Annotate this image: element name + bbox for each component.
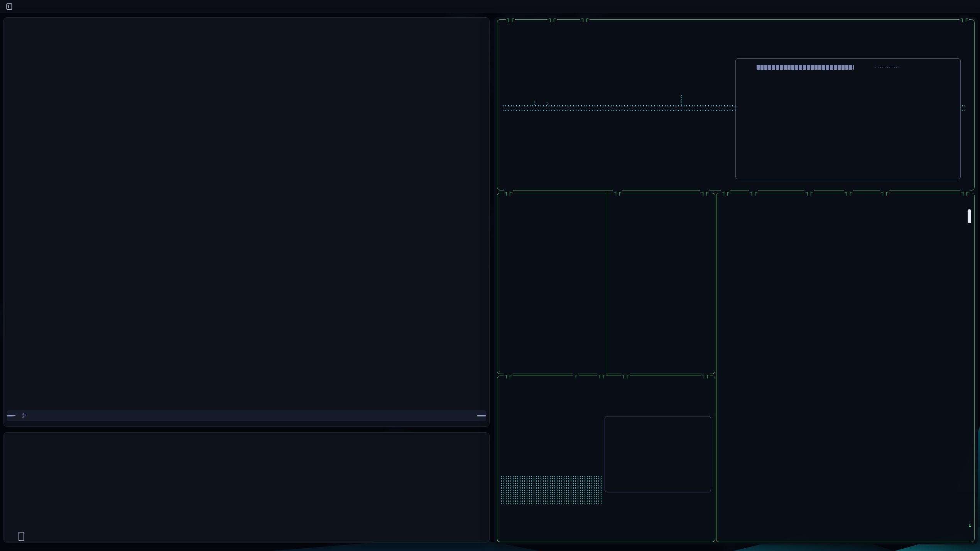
cpu-graph-spike <box>534 100 535 105</box>
scroll-down-indicator[interactable]: ↓ <box>968 522 972 529</box>
cpu-panel-title[interactable]: ┐┌ <box>506 15 515 22</box>
panel-divider <box>607 193 607 374</box>
btop-proc-panel: ┐┌ ┐┌ ┐┌ ┐┌ ┐┌ ┐┌ ↓ <box>716 193 975 542</box>
net-graph-band <box>501 494 602 504</box>
statusline <box>7 410 486 421</box>
git-branch-icon <box>22 413 27 419</box>
proc-panel-title[interactable]: ┐┌ <box>721 189 730 196</box>
desktop: ┐┌ ┐┌ ┐┌ ┐┌ <box>0 0 980 551</box>
cpu-core-table <box>735 58 961 179</box>
git-branch[interactable] <box>22 413 29 419</box>
disks-tab[interactable]: ┐┌ <box>613 189 622 196</box>
terminal-window <box>4 433 489 542</box>
cpu-total-row <box>740 63 956 71</box>
io-tab[interactable]: ┐┌ <box>700 189 710 196</box>
proc-reverse-button[interactable]: ┐┌ <box>844 189 853 196</box>
mem-panel-title[interactable]: ┐┌ <box>504 189 513 196</box>
proc-tree-button[interactable]: ┐┌ <box>880 189 889 196</box>
proc-filter-button[interactable]: ┐┌ <box>749 189 758 196</box>
btop-window: ┐┌ ┐┌ ┐┌ ┐┌ <box>494 17 978 544</box>
net-zero-button[interactable]: ┐┌ <box>621 372 630 379</box>
editor-window <box>4 18 489 426</box>
btop-cpu-panel: ┐┌ ┐┌ ┐┌ ┐┌ <box>497 19 975 190</box>
terminal-cursor <box>19 532 24 541</box>
net-speed-box <box>605 416 711 492</box>
shell-prompt[interactable] <box>12 532 24 541</box>
net-auto-button[interactable]: ┐┌ <box>597 372 606 379</box>
cpu-total-meter <box>757 65 854 70</box>
cpu-graph-spike <box>681 95 682 105</box>
proc-sort-selector[interactable]: ┐┌ <box>960 189 970 196</box>
btop-mem-panel: ┐┌ ┐┌ ┐┌ <box>497 193 715 374</box>
net-interface-selector[interactable]: ┐┌ <box>701 372 710 379</box>
vim-mode-badge <box>7 415 16 416</box>
omarchy-logo-icon[interactable] <box>5 3 13 10</box>
net-upload-graph <box>501 506 602 531</box>
proc-scrollbar[interactable] <box>968 209 971 223</box>
proc-percore-button[interactable]: ┐┌ <box>804 189 814 196</box>
waybar <box>0 0 980 13</box>
update-interval-control[interactable]: ┐┌ <box>960 15 969 22</box>
cpu-preset-button[interactable]: ┐┌ <box>580 15 590 22</box>
cpu-graph-spike <box>547 101 548 105</box>
cpu-menu-button[interactable]: ┐┌ <box>547 15 557 22</box>
net-graph-band <box>501 475 602 493</box>
net-sync-button[interactable]: ┌ <box>573 372 579 379</box>
btop-net-panel: ┐┌ ┌ ┐┌ ┐┌ ┐┌ <box>497 376 715 542</box>
status-clock <box>477 415 486 416</box>
net-panel-title[interactable]: ┐┌ <box>504 372 513 379</box>
